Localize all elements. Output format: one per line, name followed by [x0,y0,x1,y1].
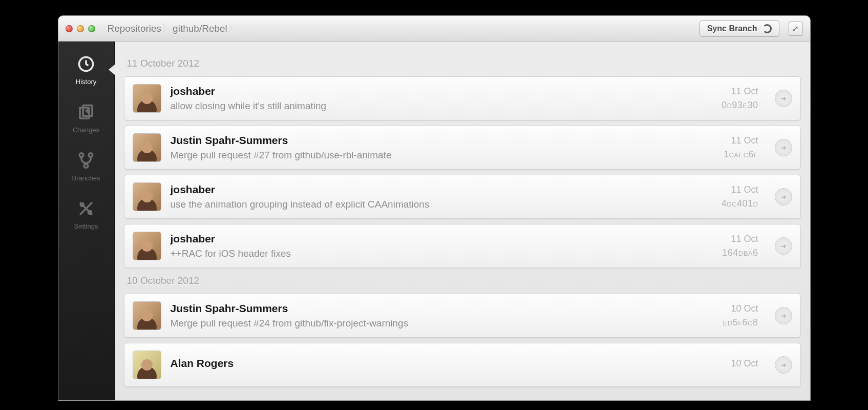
commit-meta: 11 Oct4dc401d [702,184,758,209]
avatar [133,351,161,379]
breadcrumb-repo[interactable]: github/Rebel [171,23,229,34]
minimize-window-button[interactable] [77,25,84,32]
expand-commit-button[interactable]: ➔ [775,356,792,374]
sidebar-item-changes[interactable]: Changes [58,94,114,142]
close-window-button[interactable] [66,25,73,32]
history-icon [77,55,95,75]
history-list: 11 October 2012joshaberallow closing whi… [115,42,810,400]
commit-message: allow closing while it's still animating [171,100,693,112]
commit-sha: 164dba6 [722,248,758,258]
sidebar-item-label: Settings [74,222,98,230]
sidebar-item-label: Changes [73,126,99,134]
branches-icon [77,151,95,171]
changes-icon [77,103,95,123]
commit-date: 11 Oct [731,86,758,97]
svg-point-5 [79,153,83,157]
commit-meta: 10 Octed5f6c8 [702,303,758,328]
chevron-right-icon: 〉 [229,22,237,35]
arrow-right-icon: ➔ [780,361,787,369]
arrow-right-icon: ➔ [780,312,787,320]
titlebar: Repositories 〉 github/Rebel 〉 Sync Branc… [58,16,810,42]
avatar [133,232,161,260]
expand-commit-button[interactable]: ➔ [775,307,792,324]
commit-author: Justin Spahr-Summers [171,134,693,147]
commit-sha: ed5f6c8 [723,317,758,328]
sidebar-item-history[interactable]: History [58,46,114,94]
commit-body: joshaberuse the animation grouping inste… [171,183,693,210]
settings-icon [77,199,95,219]
fullscreen-button[interactable]: ⤢ [789,22,803,36]
commit-message: Merge pull request #24 from github/fix-p… [171,318,693,329]
sidebar: History Changes Branches Settings [58,42,115,400]
commit-body: joshaberallow closing while it's still a… [171,85,693,112]
expand-commit-button[interactable]: ➔ [775,139,792,156]
commit-row[interactable]: Justin Spahr-SummersMerge pull request #… [124,126,801,170]
expand-commit-button[interactable]: ➔ [775,188,792,206]
commit-meta: 11 Oct0d93e30 [702,86,758,111]
date-header: 10 October 2012 [127,275,801,286]
avatar [133,84,161,113]
zoom-window-button[interactable] [88,25,95,32]
commit-meta: 11 Oct164dba6 [702,234,758,258]
commit-body: Justin Spahr-SummersMerge pull request #… [171,302,693,329]
commit-author: Justin Spahr-Summers [171,302,693,315]
commit-author: Alan Rogers [171,357,693,370]
commit-row[interactable]: Alan Rogers10 Oct➔ [124,343,801,387]
commit-date: 11 Oct [731,184,758,195]
sidebar-item-label: History [76,78,96,86]
app-body: History Changes Branches Settings [58,42,810,400]
expand-commit-button[interactable]: ➔ [775,90,792,107]
sync-branch-button[interactable]: Sync Branch [700,20,779,37]
sidebar-item-branches[interactable]: Branches [58,142,114,190]
commit-author: joshaber [171,183,693,196]
commit-sha: 4dc401d [722,198,758,209]
chevron-right-icon: 〉 [163,22,171,35]
expand-commit-button[interactable]: ➔ [775,237,792,255]
commit-meta: 11 Oct1caec6f [702,135,758,160]
arrow-right-icon: ➔ [780,242,787,250]
commit-author: joshaber [171,85,693,97]
sync-branch-label: Sync Branch [707,24,757,33]
commit-body: Justin Spahr-SummersMerge pull request #… [171,134,693,161]
breadcrumb-root[interactable]: Repositories [105,23,164,34]
arrow-right-icon: ➔ [780,193,787,201]
commit-date: 11 Oct [731,135,758,146]
avatar [133,182,161,211]
sync-icon [763,24,772,33]
commit-message: use the animation grouping instead of ex… [171,199,693,210]
commit-date: 10 Oct [731,303,758,314]
commit-row[interactable]: joshaberallow closing while it's still a… [124,76,801,120]
commit-body: joshaber++RAC for iOS header fixes [171,233,693,259]
commit-row[interactable]: joshaber++RAC for iOS header fixes11 Oct… [124,224,801,268]
breadcrumb: Repositories 〉 github/Rebel 〉 [105,22,237,35]
commit-row[interactable]: Justin Spahr-SummersMerge pull request #… [124,294,801,338]
commit-sha: 0d93e30 [722,100,758,111]
arrow-right-icon: ➔ [780,94,787,102]
commit-date: 10 Oct [731,358,758,369]
svg-point-7 [84,164,88,168]
app-window: Repositories 〉 github/Rebel 〉 Sync Branc… [58,15,811,401]
commit-sha: 1caec6f [724,149,758,160]
date-header: 11 October 2012 [127,58,801,69]
sidebar-item-label: Branches [72,174,100,182]
commit-body: Alan Rogers [171,357,693,373]
commit-row[interactable]: joshaberuse the animation grouping inste… [124,175,801,219]
commit-meta: 10 Oct [702,358,758,372]
commit-date: 11 Oct [731,234,758,244]
svg-point-6 [89,153,93,157]
sidebar-item-settings[interactable]: Settings [58,190,114,238]
avatar [133,133,161,162]
commit-message: Merge pull request #27 from github/use-r… [171,150,693,161]
traffic-lights [66,25,95,32]
commit-author: joshaber [171,233,693,245]
commit-message: ++RAC for iOS header fixes [171,248,693,259]
avatar [133,301,161,330]
arrow-right-icon: ➔ [780,144,787,152]
